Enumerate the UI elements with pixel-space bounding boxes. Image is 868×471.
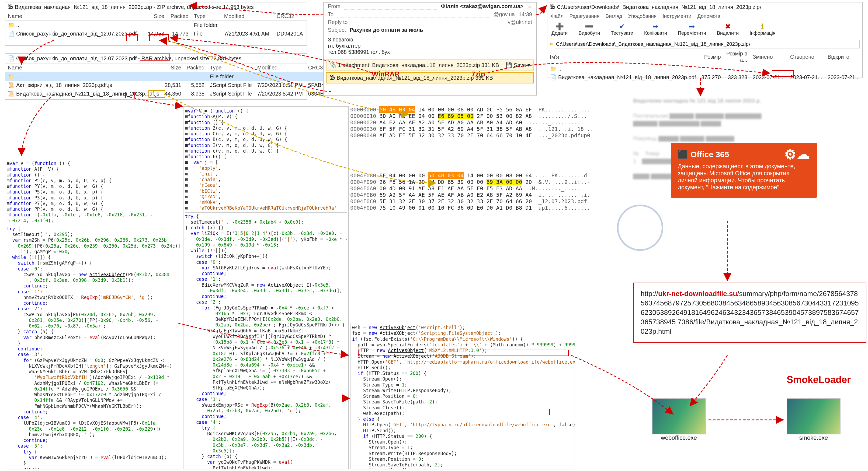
- mail-body-1: З повагою,: [328, 37, 532, 43]
- sevenzip-icon: 🗜: [550, 4, 555, 10]
- menu-view[interactable]: Вигляд: [606, 13, 622, 19]
- sevenzip-annot: 7zip: [471, 70, 485, 78]
- js-left-pane: ⊞var V = (function () {⊞function A(P, V)…: [5, 159, 181, 469]
- attach-chip[interactable]: 🗜 Видаткова_накладная_№121_від_18_липня_…: [326, 72, 534, 83]
- o365-logo-text: Office 365: [690, 150, 729, 159]
- mail-body-2: гл. бухгалтер: [328, 43, 532, 49]
- office-icon: ⬛: [678, 149, 688, 159]
- js-wsh-pane: wsh = new ActiveXObject('wscript.shell')…: [350, 323, 575, 469]
- tool-Інформація[interactable]: ℹІнформація: [749, 23, 775, 36]
- zip-outer-panel: 🗜Видаткова_накладная_№121_від_18_липня_2…: [5, 2, 307, 46]
- winrar-annot: WinRAR: [372, 70, 400, 78]
- menu-file[interactable]: Файл: [551, 13, 564, 19]
- smokeloader-label: SmokeLoader: [787, 374, 851, 385]
- sevenzip-window: 🗜C:\Users\user\Downloads\_Видаткова_накл…: [547, 2, 863, 78]
- col-type[interactable]: Type: [191, 12, 221, 21]
- row-js1[interactable]: Акт_звірки_від_18_липня_2023р.pdf.js28,5…: [5, 81, 338, 89]
- zip-title: Видаткова_накладная_№121_від_18_липня_20…: [15, 4, 254, 10]
- hex-dump-1: 00000000 50 4B 03 04 14 00 00 00 08 00 A…: [350, 106, 571, 139]
- doc-stamp: [617, 205, 663, 251]
- col-size[interactable]: Size: [145, 12, 167, 21]
- row-updir[interactable]: ..File folder: [5, 72, 338, 81]
- menu-tools[interactable]: Інструменти: [662, 13, 691, 19]
- js-mid-pane: ⊞var V = (function () {⊞function A(P, V)…: [183, 106, 349, 469]
- rar-inner-panel: 📄Список_рахунків_до_оплати_від_12.07.202…: [5, 53, 307, 100]
- file-icon: 📄: [8, 55, 14, 62]
- attach-header: 📎 1 attachment: Видаткова_накладна...18_…: [326, 60, 534, 71]
- sevenzip-table: Ім'я Розмір Розмір в а... Змінено Створе…: [547, 49, 862, 81]
- tool-Додати[interactable]: ➕Додати: [552, 23, 568, 36]
- menu-edit[interactable]: Редагування: [569, 13, 600, 19]
- attack-chain-canvas: 🗜Видаткова_накладная_№121_від_18_липня_2…: [0, 0, 868, 471]
- o365-body: Данные, содержащиеся в этом документе, з…: [678, 163, 810, 191]
- reply-value: v@ukr.net: [508, 19, 532, 25]
- weboffice-exe-tile[interactable]: weboffice.exe: [652, 398, 706, 441]
- row-pdf[interactable]: Видаткова_накладная_№121_від_18_липня_20…: [547, 73, 862, 81]
- from-value: Філліп <zakaz@avigan.com.ua>: [441, 3, 523, 10]
- email-preview: From Філліп <zakaz@avigan.com.ua> ☆ To @…: [323, 2, 537, 96]
- rar-title: Список_рахунків_до_оплати_від_12.07.2023…: [16, 56, 241, 62]
- mail-time: 14:39: [519, 11, 532, 18]
- save-button[interactable]: 💾 Save ▾: [505, 62, 530, 68]
- toolbar: ➕Додати➖Видобути✔Тестувати➡Копіювати➡Пер…: [547, 20, 862, 39]
- address-bar[interactable]: [555, 40, 860, 48]
- col-crc[interactable]: CRC32: [274, 12, 307, 21]
- subject-value: Рахунки до оплати за июль: [350, 27, 423, 33]
- tool-Видобути[interactable]: ➖Видобути: [579, 23, 600, 36]
- malicious-url: http://ukr-net-downloadfile.su/summary/p…: [633, 282, 866, 343]
- menu-help[interactable]: Допомога: [697, 13, 720, 19]
- archive-icon: 🗜: [8, 4, 13, 10]
- hex-dump-2: 0004F080 EF 04 00 00 00 50 4B 03 04 14 0…: [350, 172, 571, 211]
- col-mod[interactable]: Modified: [221, 12, 274, 21]
- col-packed[interactable]: Packed: [167, 12, 191, 21]
- row-js2[interactable]: Видаткова_накладная_№121_від_18_липня_20…: [5, 89, 338, 98]
- from-label: From: [328, 3, 341, 10]
- to-value: @gov.ua: [494, 11, 515, 18]
- reply-label: Reply to: [328, 19, 347, 25]
- zip-outer-table: Name Size Packed Type Modified CRC32 ..F…: [5, 12, 307, 38]
- row-file[interactable]: Список_рахунків_до_оплати_від_12.07.2023…: [5, 29, 307, 38]
- tool-Видалити[interactable]: ✖Видалити: [717, 23, 739, 36]
- tool-Тестувати[interactable]: ✔Тестувати: [611, 23, 633, 36]
- rar-inner-table: Name Size Packed Type Modified CRC32 ..F…: [5, 64, 338, 98]
- sevenzip-title: C:\Users\user\Downloads\_Видаткова_накла…: [557, 4, 761, 10]
- tool-Копіювати[interactable]: ➡Копіювати: [644, 23, 667, 36]
- folder-icon: 📂: [550, 43, 553, 46]
- subject-label: Subject: [328, 27, 346, 33]
- row-updir[interactable]: ..File folder: [5, 21, 307, 30]
- col-name[interactable]: Name: [5, 12, 145, 21]
- o365-lure[interactable]: ⬛Office 365⚙☁ Данные, содержащиеся в это…: [671, 143, 817, 198]
- smoke-exe-tile[interactable]: smoke.exe: [787, 398, 840, 441]
- to-label: To: [328, 11, 334, 18]
- mail-body-3: тел.068 5386991 гол. бух: [328, 49, 532, 55]
- menu-prefs[interactable]: Уподобання: [628, 13, 657, 19]
- tool-Перемістити[interactable]: ➡Перемістити: [678, 23, 706, 36]
- row-updir[interactable]: ..: [547, 64, 862, 73]
